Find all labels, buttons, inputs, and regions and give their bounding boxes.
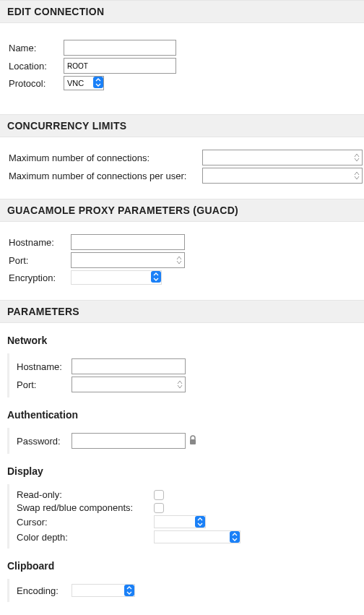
name-input[interactable]	[64, 40, 176, 56]
name-label: Name:	[9, 43, 64, 53]
guacd-encryption-label: Encryption:	[9, 272, 71, 283]
max-conn-input[interactable]	[202, 150, 363, 165]
colordepth-label: Color depth:	[17, 532, 154, 543]
net-port-input[interactable]	[72, 377, 186, 392]
clip-encoding-label: Encoding:	[17, 585, 72, 596]
protocol-label: Protocol:	[9, 78, 64, 89]
location-label: Location:	[9, 61, 64, 72]
swap-label: Swap red/blue components:	[17, 502, 154, 513]
section-header-concurrency: CONCURRENCY LIMITS	[0, 114, 364, 137]
section-header-parameters: PARAMETERS	[0, 300, 364, 323]
section-header-edit-connection: EDIT CONNECTION	[0, 0, 364, 23]
guacd-encryption-select[interactable]	[71, 270, 162, 285]
net-hostname-label: Hostname:	[17, 361, 72, 372]
location-input[interactable]	[64, 58, 176, 74]
readonly-label: Read-only:	[17, 489, 154, 500]
colordepth-select[interactable]	[154, 530, 240, 543]
max-conn-user-label: Maximum number of connections per user:	[9, 171, 202, 181]
subheader-display: Display	[0, 460, 364, 483]
subheader-network: Network	[0, 329, 364, 352]
guacd-encryption-select-icon[interactable]	[151, 271, 161, 283]
swap-checkbox[interactable]	[154, 503, 164, 513]
net-port-label: Port:	[17, 379, 72, 390]
clip-encoding-select-icon[interactable]	[124, 585, 134, 596]
guacd-port-input[interactable]	[71, 252, 185, 268]
cursor-label: Cursor:	[17, 517, 154, 528]
net-port-stepper-icon[interactable]	[177, 378, 184, 391]
guacd-hostname-label: Hostname:	[9, 237, 71, 248]
auth-password-label: Password:	[17, 436, 72, 447]
lock-icon	[188, 435, 197, 447]
section-header-guacd: GUACAMOLE PROXY PARAMETERS (GUACD)	[0, 199, 364, 222]
colordepth-select-icon[interactable]	[230, 531, 240, 543]
guacd-hostname-input[interactable]	[71, 234, 185, 250]
max-conn-label: Maximum number of connections:	[9, 152, 202, 163]
guacd-port-stepper-icon[interactable]	[176, 254, 183, 267]
svg-rect-0	[190, 439, 196, 444]
max-conn-user-input[interactable]	[202, 168, 363, 184]
subheader-clipboard: Clipboard	[0, 554, 364, 577]
net-hostname-input[interactable]	[72, 358, 186, 374]
max-conn-stepper-icon[interactable]	[354, 151, 361, 164]
subheader-auth: Authentication	[0, 403, 364, 426]
guacd-port-label: Port:	[9, 255, 71, 266]
max-conn-user-stepper-icon[interactable]	[354, 169, 361, 182]
protocol-select-icon[interactable]	[93, 77, 103, 88]
readonly-checkbox[interactable]	[154, 490, 164, 500]
cursor-select-icon[interactable]	[195, 516, 205, 528]
auth-password-input[interactable]	[72, 433, 186, 449]
